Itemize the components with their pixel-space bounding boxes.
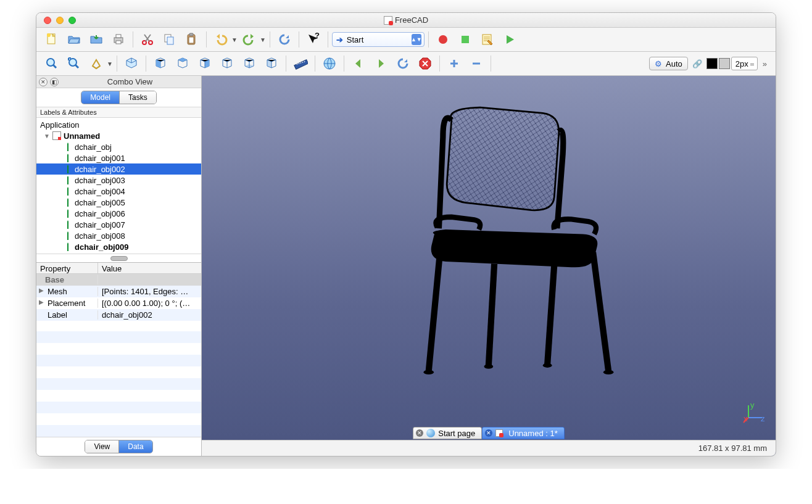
tab-model[interactable]: Model: [81, 91, 119, 104]
tab-tasks[interactable]: Tasks: [119, 91, 156, 104]
mesh-icon: [64, 154, 72, 162]
undo-button[interactable]: [210, 30, 231, 49]
redo-button[interactable]: [239, 30, 260, 49]
fit-selection-button[interactable]: [64, 54, 85, 73]
paste-button[interactable]: [181, 30, 202, 49]
close-tab-icon[interactable]: ✕: [485, 429, 492, 437]
axis-indicator: y z x: [744, 404, 764, 423]
prop-row[interactable]: ▶Mesh[Points: 1401, Edges: …: [36, 286, 201, 297]
tree-item[interactable]: dchair_obj009: [36, 241, 201, 252]
print-button[interactable]: [108, 30, 129, 49]
dropdown-icon: ▲▼: [412, 34, 421, 45]
mesh-icon: [64, 143, 72, 151]
macro-record-button[interactable]: [433, 30, 454, 49]
tab-start-page[interactable]: ✕ Start page: [413, 427, 482, 439]
zoom-out-button[interactable]: [466, 54, 487, 73]
model-tree[interactable]: Application ▼Unnamed dchair_objdchair_ob…: [36, 118, 201, 254]
left-view-button[interactable]: [261, 54, 282, 73]
arrow-right-icon: ➔: [336, 35, 343, 44]
tree-item[interactable]: dchair_obj: [36, 141, 201, 152]
rear-view-button[interactable]: [217, 54, 238, 73]
save-button[interactable]: [86, 30, 107, 49]
svg-rect-5: [116, 41, 121, 44]
svg-point-22: [484, 364, 493, 368]
svg-point-2: [47, 33, 51, 37]
macro-edit-button[interactable]: [477, 30, 498, 49]
tree-item[interactable]: dchair_obj004: [36, 186, 201, 197]
redo-dropdown[interactable]: ▼: [260, 36, 266, 43]
prop-row[interactable]: Labeldchair_obj002: [36, 309, 201, 321]
tree-item[interactable]: dchair_obj005: [36, 197, 201, 208]
tree-item[interactable]: dchair_obj003: [36, 175, 201, 186]
prop-header-property[interactable]: Property: [36, 263, 98, 273]
new-button[interactable]: [41, 30, 62, 49]
tab-view[interactable]: View: [85, 440, 118, 453]
panel-close-icon[interactable]: ✕: [39, 78, 48, 86]
svg-text:?: ?: [315, 32, 320, 40]
toolbar-overflow-icon[interactable]: »: [759, 59, 771, 68]
globe-icon: [426, 429, 435, 437]
draw-style-dropdown[interactable]: ▼: [107, 60, 113, 67]
top-view-button[interactable]: [172, 54, 193, 73]
measure-button[interactable]: [290, 54, 311, 73]
cut-button[interactable]: [137, 30, 158, 49]
freecad-icon: [384, 16, 392, 25]
whats-this-button[interactable]: ?: [303, 30, 324, 49]
toolbar-file: ▼ ▼ ? ➔ Start ▲▼: [36, 28, 776, 52]
macro-stop-button[interactable]: [455, 30, 476, 49]
prop-header-value[interactable]: Value: [98, 263, 125, 273]
document-icon: [52, 131, 61, 140]
mesh-icon: [64, 231, 72, 240]
workbench-selector[interactable]: ➔ Start ▲▼: [332, 32, 425, 47]
tab-unnamed-doc[interactable]: ✕ Unnamed : 1*: [482, 427, 565, 439]
zoom-window-button[interactable]: [68, 17, 76, 24]
web-home-button[interactable]: [319, 54, 340, 73]
mesh-icon: [64, 176, 72, 184]
tree-item[interactable]: dchair_obj007: [36, 219, 201, 230]
macro-run-button[interactable]: [499, 30, 520, 49]
svg-rect-11: [189, 33, 193, 36]
prop-row[interactable]: ▶Placement[(0.00 0.00 1.00); 0 °; (…: [36, 297, 201, 309]
auto-constraint-button[interactable]: ⚙Auto: [649, 57, 688, 70]
close-tab-icon[interactable]: ✕: [416, 429, 423, 437]
nav-refresh-button[interactable]: [392, 54, 413, 73]
status-dimensions: 167.81 x 97.81 mm: [698, 444, 767, 453]
draw-style-button[interactable]: [86, 54, 107, 73]
link-icon[interactable]: 🔗: [689, 54, 705, 73]
tree-document[interactable]: ▼Unnamed: [36, 130, 201, 141]
undo-dropdown[interactable]: ▼: [231, 36, 238, 43]
face-color-swatch[interactable]: [719, 58, 730, 69]
svg-rect-19: [294, 60, 308, 70]
panel-undock-icon[interactable]: ◧: [50, 78, 59, 86]
close-window-button[interactable]: [44, 17, 51, 24]
app-window: FreeCAD ▼ ▼ ? ➔ Start ▲▼ ▼: [36, 12, 776, 456]
refresh-button[interactable]: [274, 30, 295, 49]
zoom-in-button[interactable]: [444, 54, 465, 73]
3d-viewport[interactable]: y z x ✕ Start page ✕ Unnamed : 1* 1: [202, 76, 776, 456]
tree-scrollbar[interactable]: [36, 254, 201, 262]
front-view-button[interactable]: [150, 54, 171, 73]
svg-text:y: y: [750, 400, 755, 410]
open-button[interactable]: [64, 30, 85, 49]
tree-item[interactable]: dchair_obj002: [36, 163, 201, 175]
fit-all-button[interactable]: [41, 54, 62, 73]
tab-data[interactable]: Data: [118, 440, 152, 453]
minimize-window-button[interactable]: [56, 17, 64, 24]
right-view-button[interactable]: [194, 54, 215, 73]
tree-item[interactable]: dchair_obj006: [36, 208, 201, 219]
tree-item[interactable]: dchair_obj008: [36, 230, 201, 241]
svg-rect-4: [116, 35, 121, 38]
bottom-view-button[interactable]: [239, 54, 260, 73]
nav-forward-button[interactable]: [370, 54, 391, 73]
disclosure-icon[interactable]: ▼: [44, 133, 50, 139]
svg-text:x: x: [744, 414, 748, 423]
nav-back-button[interactable]: [348, 54, 369, 73]
copy-button[interactable]: [159, 30, 180, 49]
tree-root: Application: [36, 119, 201, 130]
mesh-icon: [64, 220, 72, 229]
isometric-view-button[interactable]: [121, 54, 142, 73]
line-color-swatch[interactable]: [706, 58, 718, 69]
tree-item[interactable]: dchair_obj001: [36, 152, 201, 163]
line-width-selector[interactable]: 2px: [731, 57, 758, 70]
nav-stop-button[interactable]: [415, 54, 436, 73]
